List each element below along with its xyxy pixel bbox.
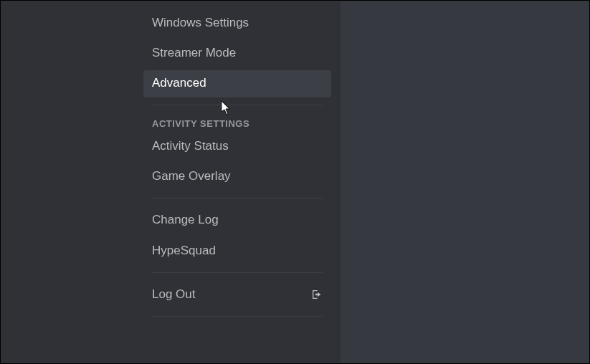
sidebar-item-activity-status[interactable]: Activity Status — [143, 133, 331, 161]
logout-label: Log Out — [152, 287, 196, 302]
content-panel — [341, 1, 590, 364]
settings-sidebar: Windows Settings Streamer Mode Advanced … — [1, 1, 341, 364]
logout-icon — [311, 289, 323, 300]
divider — [152, 198, 323, 198]
sidebar-item-logout[interactable]: Log Out — [143, 282, 331, 309]
sidebar-item-change-log[interactable]: Change Log — [143, 207, 331, 234]
sidebar-item-hypesquad[interactable]: HypeSquad — [143, 238, 331, 265]
sidebar-item-windows-settings[interactable]: Windows Settings — [143, 10, 331, 37]
divider — [152, 316, 323, 317]
section-header-activity: Activity Settings — [143, 114, 331, 133]
sidebar-item-game-overlay[interactable]: Game Overlay — [143, 163, 331, 191]
sidebar-item-advanced[interactable]: Advanced — [143, 70, 331, 97]
divider — [152, 272, 323, 273]
divider — [152, 105, 323, 105]
sidebar-item-streamer-mode[interactable]: Streamer Mode — [143, 40, 331, 67]
settings-menu: Windows Settings Streamer Mode Advanced … — [143, 1, 331, 325]
